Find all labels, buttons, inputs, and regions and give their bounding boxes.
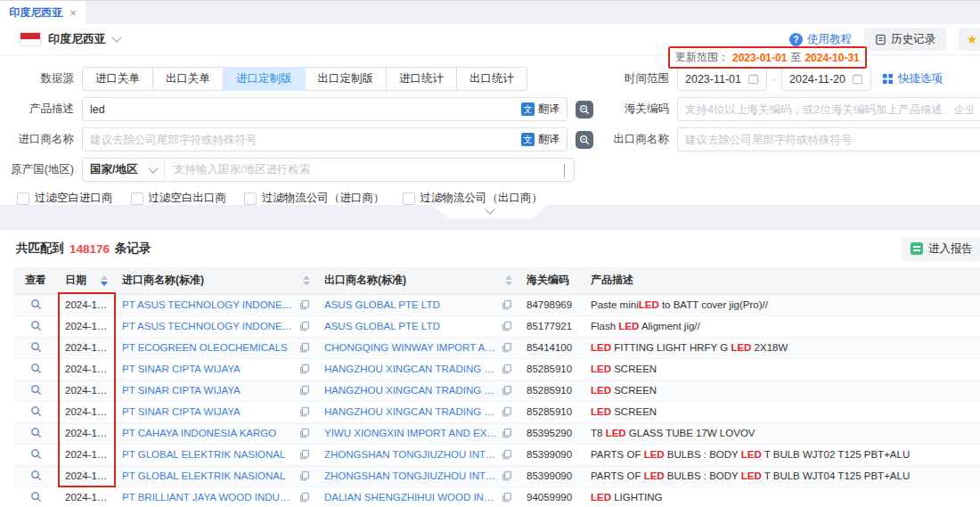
- copy-icon[interactable]: [299, 406, 310, 417]
- view-magnifier-icon[interactable]: [30, 363, 42, 374]
- view-magnifier-icon[interactable]: [30, 341, 42, 353]
- exporter-input[interactable]: [685, 134, 973, 146]
- view-cell[interactable]: [13, 465, 58, 487]
- importer-link[interactable]: PT SINAR CIPTA WIJAYA: [122, 364, 241, 374]
- copy-icon[interactable]: [502, 364, 512, 374]
- view-cell[interactable]: [13, 401, 58, 422]
- view-magnifier-icon[interactable]: [30, 320, 42, 331]
- copy-icon[interactable]: [502, 492, 512, 503]
- importer-link[interactable]: PT BRILLIANT JAYA WOOD INDUSTRY: [122, 492, 296, 503]
- enter-report-button[interactable]: 进入报告: [902, 237, 980, 261]
- filter-checkbox[interactable]: 过滤物流公司（进口商）: [244, 191, 385, 206]
- exporter-link[interactable]: HANGZHOU XINGCAN TRADING CO LTD: [324, 364, 498, 374]
- copy-icon[interactable]: [502, 406, 512, 417]
- view-cell[interactable]: [13, 358, 58, 380]
- quick-options-link[interactable]: 快捷选项: [882, 71, 943, 86]
- tutorial-button[interactable]: ? 使用教程: [789, 32, 852, 47]
- exporter-link[interactable]: YIWU XIONGXIN IMPORT AND EXPORT...: [324, 428, 498, 438]
- copy-icon[interactable]: [502, 470, 512, 481]
- copy-icon[interactable]: [299, 492, 310, 503]
- tab-indonesia[interactable]: 印度尼西亚 ×: [0, 1, 86, 24]
- copy-icon[interactable]: [299, 321, 310, 331]
- datasource-tab[interactable]: 出口统计: [457, 67, 527, 91]
- copy-icon[interactable]: [299, 449, 310, 460]
- origin-type-select[interactable]: 国家/地区: [83, 159, 165, 181]
- copy-icon[interactable]: [299, 299, 310, 310]
- copy-icon[interactable]: [299, 428, 310, 438]
- view-magnifier-icon[interactable]: [30, 427, 42, 438]
- date-to-input[interactable]: 2024-11-20: [781, 67, 871, 91]
- precise-search-button[interactable]: [576, 101, 593, 119]
- date-from-input[interactable]: 2023-11-01: [677, 67, 767, 91]
- checkbox-icon[interactable]: [131, 192, 143, 205]
- translate-button[interactable]: 文 翻译: [521, 102, 559, 117]
- exporter-link[interactable]: ZHONGSHAN TONGJIUZHOU INTERNA...: [324, 449, 498, 460]
- column-header[interactable]: 出口商名称(标准): [317, 267, 519, 294]
- view-magnifier-icon[interactable]: [30, 298, 42, 310]
- sort-icon[interactable]: [303, 275, 310, 286]
- copy-icon[interactable]: [299, 364, 310, 374]
- view-magnifier-icon[interactable]: [30, 384, 42, 396]
- exporter-link[interactable]: ASUS GLOBAL PTE LTD: [324, 321, 440, 331]
- view-magnifier-icon[interactable]: [30, 405, 42, 417]
- view-cell[interactable]: [13, 315, 58, 337]
- copy-icon[interactable]: [299, 470, 310, 481]
- datasource-tab[interactable]: 出口定制版: [306, 67, 388, 91]
- importer-link[interactable]: PT GLOBAL ELEKTRIK NASIONAL: [122, 470, 285, 481]
- view-cell[interactable]: [13, 422, 58, 444]
- product-desc-input[interactable]: [90, 103, 521, 116]
- importer-input[interactable]: [90, 134, 521, 146]
- checkbox-icon[interactable]: [17, 192, 29, 205]
- translate-button[interactable]: 文 翻译: [521, 132, 559, 147]
- view-cell[interactable]: [13, 444, 58, 465]
- view-cell[interactable]: [13, 380, 58, 401]
- sort-icon[interactable]: [505, 275, 512, 286]
- copy-icon[interactable]: [502, 449, 512, 460]
- importer-link[interactable]: PT ASUS TECHNOLOGY INDONESIA BA...: [122, 299, 296, 310]
- filter-checkbox[interactable]: 过滤空白出口商: [131, 191, 227, 206]
- view-cell[interactable]: [13, 294, 58, 315]
- history-button[interactable]: 历史记录: [864, 28, 946, 51]
- favorite-button[interactable]: ★: [959, 28, 980, 51]
- country-selector[interactable]: 印度尼西亚: [20, 31, 120, 47]
- exporter-link[interactable]: DALIAN SHENGZHIHUI WOOD INDUST...: [324, 492, 498, 503]
- copy-icon[interactable]: [502, 321, 512, 331]
- column-header[interactable]: 日期: [58, 267, 115, 294]
- view-cell[interactable]: [13, 337, 58, 358]
- importer-link[interactable]: PT CAHAYA INDONESIA KARGO: [122, 428, 276, 438]
- datasource-tab[interactable]: 进口定制版: [224, 67, 306, 91]
- copy-icon[interactable]: [502, 342, 512, 353]
- precise-search-button[interactable]: [576, 131, 593, 149]
- exporter-link[interactable]: CHONGQING WINWAY IMPORT AND E...: [324, 342, 498, 353]
- datasource-tab[interactable]: 进口关单: [82, 67, 153, 91]
- exporter-link[interactable]: HANGZHOU XINGCAN TRADING CO LTD: [324, 406, 498, 417]
- copy-icon[interactable]: [502, 299, 512, 310]
- copy-icon[interactable]: [299, 342, 310, 353]
- filter-checkbox[interactable]: 过滤物流公司（出口商）: [403, 191, 543, 206]
- importer-link[interactable]: PT SINAR CIPTA WIJAYA: [122, 385, 241, 396]
- view-magnifier-icon[interactable]: [30, 470, 42, 481]
- importer-link[interactable]: PT GLOBAL ELEKTRIK NASIONAL: [122, 449, 285, 460]
- view-magnifier-icon[interactable]: [30, 491, 42, 503]
- datasource-tab[interactable]: 出口关单: [153, 67, 224, 91]
- importer-link[interactable]: PT SINAR CIPTA WIJAYA: [122, 406, 241, 417]
- column-header[interactable]: 进口商名称(标准): [115, 267, 317, 294]
- datasource-tab[interactable]: 进口统计: [387, 67, 457, 91]
- view-cell[interactable]: [13, 487, 58, 507]
- exporter-link[interactable]: ASUS GLOBAL PTE LTD: [324, 299, 440, 310]
- filter-checkbox[interactable]: 过滤空白进口商: [17, 191, 113, 206]
- hs-code-input[interactable]: [685, 103, 973, 116]
- exporter-link[interactable]: ZHONGSHAN TONGJIUZHOU INTERNA...: [324, 470, 498, 481]
- importer-link[interactable]: PT ECOGREEN OLEOCHEMICALS: [122, 342, 288, 353]
- exporter-link[interactable]: HANGZHOU XINGCAN TRADING CO LTD: [324, 385, 498, 396]
- checkbox-icon[interactable]: [403, 192, 415, 205]
- tab-close-icon[interactable]: ×: [69, 7, 77, 19]
- importer-link[interactable]: PT ASUS TECHNOLOGY INDONESIA BA...: [122, 321, 296, 331]
- copy-icon[interactable]: [502, 385, 512, 396]
- copy-icon[interactable]: [299, 385, 310, 396]
- copy-icon[interactable]: [502, 428, 512, 438]
- checkbox-icon[interactable]: [244, 192, 257, 205]
- origin-search-placeholder[interactable]: 支持输入国家/地区进行检索: [165, 162, 564, 177]
- collapse-toggle[interactable]: [432, 205, 548, 218]
- sort-icon[interactable]: [101, 275, 108, 286]
